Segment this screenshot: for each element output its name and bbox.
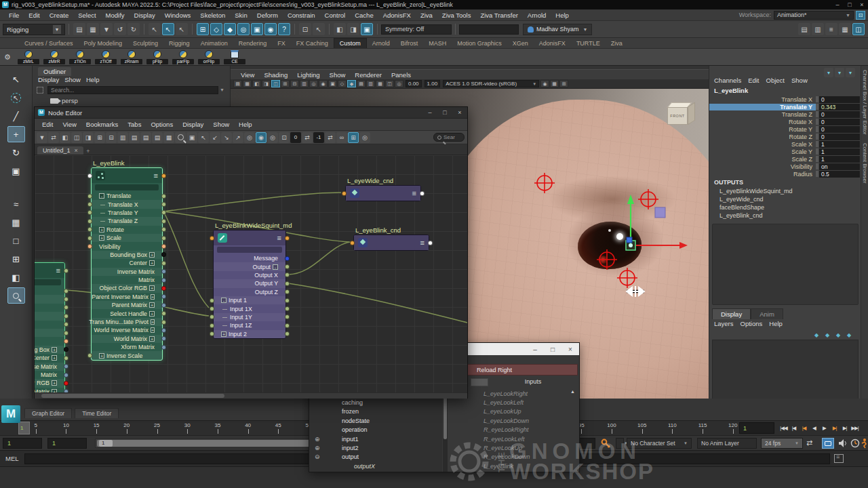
- character-controls-icon[interactable]: ▥: [812, 23, 824, 35]
- loop-toggle-icon[interactable]: ⇄: [806, 439, 812, 447]
- port-output[interactable]: [161, 336, 166, 341]
- shelf-tab-rigging[interactable]: Rigging: [163, 39, 195, 48]
- minus-one-chip[interactable]: -1: [313, 132, 324, 143]
- pin-icon[interactable]: ▼: [37, 132, 47, 143]
- maximize-button[interactable]: □: [844, 1, 856, 8]
- lock-unlock-icon[interactable]: ⊡: [279, 132, 290, 143]
- single-pane-layout[interactable]: □: [7, 232, 25, 249]
- port-input[interactable]: [87, 244, 92, 249]
- shelf-tab-bifrost[interactable]: Bifrost: [395, 39, 424, 48]
- ce-attr-input1[interactable]: ⊕input1: [309, 434, 442, 443]
- pick-walk-left-icon[interactable]: ↙: [210, 132, 220, 143]
- viewport-menu-view[interactable]: View: [236, 71, 259, 79]
- scale-tool[interactable]: ▣: [7, 163, 25, 179]
- port-input[interactable]: [87, 219, 92, 224]
- expand-toggle-icon[interactable]: +: [151, 327, 155, 333]
- port-output[interactable]: [161, 236, 166, 241]
- port-output[interactable]: [161, 303, 166, 308]
- menu-select[interactable]: Select: [73, 12, 100, 19]
- selected-layer-icon[interactable]: ◆: [844, 330, 854, 340]
- add-nodes-icon[interactable]: ⊞: [94, 132, 105, 143]
- expand-toggle-icon[interactable]: +: [221, 331, 226, 337]
- attr-parent-inverse-matrix[interactable]: Parent Inverse Matrix+: [35, 388, 64, 392]
- redo-icon[interactable]: ↻: [127, 23, 140, 35]
- viewport-icon-7[interactable]: ▥: [300, 80, 309, 87]
- ce-attr-caching[interactable]: caching: [309, 398, 442, 407]
- snap-help-icon[interactable]: ?: [278, 23, 290, 35]
- port-input[interactable]: [87, 194, 92, 199]
- ce-maximize-button[interactable]: □: [544, 346, 561, 353]
- menu-modify[interactable]: Modify: [101, 12, 130, 19]
- shelf-tab-rendering[interactable]: Rendering: [233, 39, 273, 48]
- channel-box-menu-edit[interactable]: Edit: [748, 77, 766, 84]
- port-output[interactable]: [161, 202, 166, 207]
- ce-target-r-eyelookleft[interactable]: R_eyeLookLeft: [475, 434, 570, 443]
- port-output[interactable]: [285, 264, 290, 269]
- menu-help[interactable]: Help: [551, 12, 574, 19]
- port-output[interactable]: [285, 298, 290, 303]
- channel-translate-x[interactable]: Translate X0: [709, 96, 860, 103]
- speaker-icon[interactable]: [838, 439, 848, 448]
- ce-target-l-eyelookright[interactable]: L_eyeLookRight: [475, 389, 570, 398]
- distribute-icon[interactable]: ▦: [163, 132, 174, 143]
- output-connections-icon[interactable]: ◨: [83, 132, 94, 143]
- sync-selection-icon[interactable]: ⇄: [48, 132, 59, 143]
- node-header[interactable]: ≡: [346, 186, 420, 201]
- shelf-tab-fx-caching[interactable]: FX Caching: [291, 39, 334, 48]
- expand-toggle-icon[interactable]: +: [149, 311, 155, 317]
- channel-visibility[interactable]: Visibilityon: [709, 163, 860, 170]
- ce-minimize-button[interactable]: –: [526, 346, 544, 353]
- menu-ziva[interactable]: Ziva: [416, 12, 437, 19]
- step-forward-frame-button[interactable]: ▶|: [840, 422, 850, 434]
- port-output[interactable]: [64, 314, 68, 319]
- ce-target-l-eyelookdown[interactable]: L_eyeLookDown: [475, 416, 570, 425]
- attr-visibility[interactable]: Visibility: [92, 242, 162, 250]
- open-scene-icon[interactable]: ▦: [87, 23, 99, 35]
- port-output[interactable]: [285, 272, 290, 277]
- port-output[interactable]: [161, 286, 166, 291]
- port-output[interactable]: [64, 381, 68, 386]
- attr-matrix[interactable]: Matrix: [35, 371, 64, 379]
- step-back-frame-button[interactable]: |◀: [789, 422, 799, 434]
- channel-slider-nub[interactable]: [816, 163, 818, 169]
- layer-menu-layers[interactable]: Layers: [714, 320, 741, 327]
- viewport-right-icon-1[interactable]: ▦: [550, 80, 559, 87]
- node-rename-field[interactable]: [214, 245, 285, 254]
- play-backwards-button[interactable]: ◀: [809, 422, 819, 434]
- viewport-icon-0[interactable]: ▤: [233, 80, 242, 87]
- save-scene-icon[interactable]: ▼: [100, 23, 113, 35]
- close-button[interactable]: ×: [856, 1, 868, 8]
- traversal-depth-icon[interactable]: ⇄: [325, 132, 336, 143]
- ce-target-l-eyelookleft[interactable]: L_eyeLookLeft: [475, 398, 570, 407]
- port-output[interactable]: [285, 256, 290, 261]
- viewport-right-icon-2[interactable]: ⊞: [559, 80, 568, 87]
- channel-box-menu-object[interactable]: Object: [766, 77, 791, 84]
- layer-tab-anim[interactable]: Anim: [751, 308, 783, 319]
- shelf-item-orflip[interactable]: orFlip: [197, 50, 221, 64]
- shelf-item-ce[interactable]: CE: [222, 50, 247, 64]
- viewport-icon-10[interactable]: ▣: [328, 80, 337, 87]
- ce-attr-frozen[interactable]: frozen: [309, 407, 442, 416]
- viewport-menu-lighting[interactable]: Lighting: [292, 71, 324, 79]
- viewport-icon-12[interactable]: ◆: [347, 80, 356, 87]
- expand-toggle-icon[interactable]: -: [273, 264, 278, 270]
- port-output[interactable]: [64, 289, 68, 293]
- clock-icon[interactable]: [850, 439, 860, 448]
- ce-attr-output[interactable]: ⊖output: [309, 453, 442, 462]
- output-node-l-eyeblink-cnd[interactable]: L_eyeBlink_cnd: [719, 211, 793, 220]
- plus-plus-icon[interactable]: ⇄: [302, 132, 313, 143]
- menu-create[interactable]: Create: [45, 12, 74, 19]
- four-pane-layout[interactable]: ⊞: [7, 251, 25, 267]
- menu-deform[interactable]: Deform: [252, 12, 283, 19]
- menu-adonisfx[interactable]: AdonisFX: [378, 12, 416, 19]
- node-header[interactable]: ≡: [354, 235, 429, 250]
- port-output[interactable]: [64, 373, 68, 378]
- shelf-item-zmirr[interactable]: zMirR: [42, 50, 66, 64]
- go-to-end-button[interactable]: ▶▶|: [850, 422, 860, 434]
- bottom-tab-graph-editor[interactable]: Graph Editor: [24, 408, 72, 418]
- expand-toggle-icon[interactable]: +: [149, 336, 155, 342]
- ne-menu-tabs[interactable]: Tabs: [123, 121, 146, 128]
- add-tab-button[interactable]: +: [83, 148, 93, 155]
- expand-toggle-icon[interactable]: -: [99, 193, 104, 199]
- split-pane-layout[interactable]: ◧: [7, 269, 25, 285]
